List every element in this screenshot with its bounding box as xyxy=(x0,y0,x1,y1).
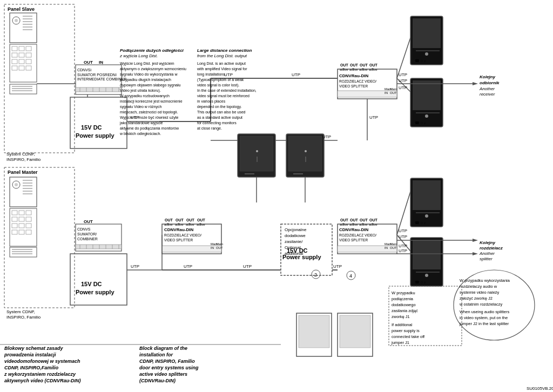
svg-text:Main: Main xyxy=(390,242,397,246)
svg-text:power supply is: power supply is xyxy=(392,328,420,333)
svg-text:dodatkowego: dodatkowego xyxy=(392,302,416,307)
svg-text:INTERMEDIATE COMBINER: INTERMEDIATE COMBINER xyxy=(77,77,126,81)
svg-text:(CDNVRau-DIN): (CDNVRau-DIN) xyxy=(139,378,176,383)
svg-text:door entry systems using: door entry systems using xyxy=(139,365,199,370)
svg-text:If additional: If additional xyxy=(392,322,413,327)
svg-text:UTP: UTP xyxy=(399,244,407,248)
svg-text:W przypadku rozbudowanych: W przypadku rozbudowanych xyxy=(120,94,170,98)
svg-text:Block diagram of the: Block diagram of the xyxy=(139,346,187,351)
svg-text:videodomofonowej w systemach: videodomofonowej w systemach xyxy=(4,359,80,364)
svg-text:UTP: UTP xyxy=(224,72,233,77)
svg-text:UTP: UTP xyxy=(399,72,407,77)
svg-text:COMBINER: COMBINER xyxy=(77,237,98,241)
svg-text:jumper J1: jumper J1 xyxy=(391,340,409,345)
svg-text:założyć zworkę J2: założyć zworkę J2 xyxy=(460,296,493,301)
svg-text:System CDNP,: System CDNP, xyxy=(6,152,35,157)
svg-text:UTP: UTP xyxy=(184,264,192,269)
svg-text:for connecting monitors: for connecting monitors xyxy=(197,121,237,125)
svg-text:UTP: UTP xyxy=(243,264,252,269)
svg-rect-195 xyxy=(413,240,441,269)
svg-text:UTP: UTP xyxy=(369,115,378,120)
svg-rect-133 xyxy=(338,91,397,97)
svg-point-105 xyxy=(167,223,169,225)
svg-point-129 xyxy=(372,68,374,70)
svg-text:Kolejny: Kolejny xyxy=(480,240,495,245)
svg-text:w bliskich odległościach.: w bliskich odległościach. xyxy=(119,132,161,136)
svg-text:15V DC: 15V DC xyxy=(81,281,102,287)
svg-text:OUT: OUT xyxy=(340,63,349,67)
svg-text:Podłączenie dużych odległości: Podłączenie dużych odległości xyxy=(120,48,184,53)
svg-text:OUT: OUT xyxy=(360,218,368,222)
svg-text:Kolejny: Kolejny xyxy=(480,75,495,79)
svg-text:INSPIRO, Familio: INSPIRO, Familio xyxy=(6,157,41,162)
svg-text:IN: IN xyxy=(99,60,103,65)
svg-point-128 xyxy=(362,68,364,70)
svg-text:Panel Master: Panel Master xyxy=(8,170,38,175)
svg-text:This output can also be used: This output can also be used xyxy=(197,110,246,114)
svg-text:rozdzielaczy audio w: rozdzielaczy audio w xyxy=(460,284,497,289)
svg-rect-185 xyxy=(413,80,441,110)
svg-point-182 xyxy=(425,52,428,56)
svg-text:OUT: OUT xyxy=(84,219,93,224)
svg-text:CDNP, INSPIRO,Familio: CDNP, INSPIRO,Familio xyxy=(4,365,59,370)
svg-text:W przypadku: W przypadku xyxy=(392,290,415,295)
svg-text:splitter: splitter xyxy=(480,256,493,261)
svg-text:sygnału Video w różnych: sygnału Video w różnych xyxy=(120,105,161,109)
svg-text:☎ ○ ♪: ☎ ○ ♪ xyxy=(415,59,426,63)
svg-text:15V DC: 15V DC xyxy=(81,124,102,131)
svg-text:installation for: installation for xyxy=(139,352,173,357)
svg-text:OUT: OUT xyxy=(165,218,173,222)
svg-text:Large distance connection: Large distance connection xyxy=(197,48,252,53)
svg-text:IN: IN xyxy=(211,246,214,249)
svg-text:aktywnym o zwiększonym wzmocni: aktywnym o zwiększonym wzmocnieniu xyxy=(120,67,186,71)
svg-text:VIDEO SPLITTER: VIDEO SPLITTER xyxy=(164,238,193,242)
svg-text:CDNVRau-DIN: CDNVRau-DIN xyxy=(164,227,193,232)
svg-text:Another: Another xyxy=(479,86,495,91)
svg-rect-39 xyxy=(76,87,122,92)
svg-text:OUT: OUT xyxy=(186,218,195,222)
svg-rect-175 xyxy=(288,136,322,171)
svg-point-147 xyxy=(342,223,345,225)
svg-text:OUT: OUT xyxy=(390,91,397,94)
svg-text:OUT: OUT xyxy=(176,218,184,222)
svg-text:☎ ○ ♪: ☎ ○ ♪ xyxy=(415,280,426,284)
svg-text:☎ ○ ♪: ☎ ○ ♪ xyxy=(415,121,426,125)
svg-text:Blokowy schemat zasady: Blokowy schemat zasady xyxy=(4,346,64,351)
svg-text:OUT: OUT xyxy=(197,218,206,222)
svg-point-148 xyxy=(352,223,354,225)
svg-text:aktywne do podłączania monitor: aktywne do podłączania monitorów xyxy=(120,126,179,131)
svg-point-5 xyxy=(15,19,18,22)
svg-text:zasilania zdjąć: zasilania zdjąć xyxy=(392,308,418,313)
svg-text:CDNVSi: CDNVSi xyxy=(77,68,92,72)
svg-text:SUMATOR/: SUMATOR/ xyxy=(77,232,97,236)
svg-rect-200 xyxy=(299,315,329,348)
svg-text:When useing audio splitters: When useing audio splitters xyxy=(460,309,509,314)
svg-text:UTP: UTP xyxy=(399,248,407,253)
svg-text:OUT: OUT xyxy=(340,218,349,222)
svg-text:Power supply: Power supply xyxy=(76,132,114,139)
svg-text:OUT: OUT xyxy=(369,63,378,67)
svg-text:systemie video należy: systemie video należy xyxy=(460,290,500,295)
svg-text:Main: Main xyxy=(390,87,397,91)
svg-text:(typowym objawem słabego sygna: (typowym objawem słabego sygnału xyxy=(120,83,181,87)
svg-text:connected take off: connected take off xyxy=(392,334,425,339)
svg-text:Opcjonalne: Opcjonalne xyxy=(285,227,307,232)
svg-rect-170 xyxy=(240,136,273,171)
svg-point-177 xyxy=(305,150,307,152)
svg-text:ROZDZIELACZ VIDEO/: ROZDZIELACZ VIDEO/ xyxy=(339,79,376,83)
svg-text:☎ ○ ♪: ☎ ○ ♪ xyxy=(415,221,426,225)
svg-text:OUT: OUT xyxy=(360,63,368,67)
svg-point-127 xyxy=(352,68,354,70)
svg-text:w ostatnim rozdzielaczy: w ostatnim rozdzielaczy xyxy=(459,302,502,307)
svg-text:OUT: OUT xyxy=(350,63,359,67)
svg-text:OUT: OUT xyxy=(350,218,359,222)
svg-text:zasilanie/: zasilanie/ xyxy=(285,239,303,244)
svg-text:przypadku długich instalacjach: przypadku długich instalacjach xyxy=(120,78,171,82)
svg-point-172 xyxy=(256,150,258,152)
svg-text:video signal must be reinforce: video signal must be reinforced xyxy=(197,94,249,98)
svg-text:IN: IN xyxy=(385,246,388,249)
svg-text:2: 2 xyxy=(314,272,317,278)
svg-text:from the Long Dist. output: from the Long Dist. output xyxy=(197,53,247,58)
svg-rect-190 xyxy=(413,180,441,210)
svg-text:System CDNP,: System CDNP, xyxy=(6,309,35,314)
